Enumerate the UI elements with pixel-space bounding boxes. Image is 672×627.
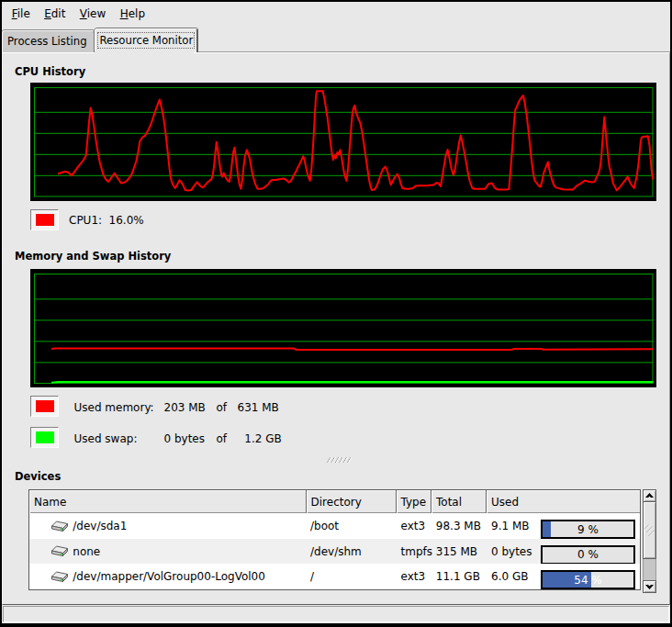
column-header-used[interactable]: Used [487,490,640,513]
cpu1-legend-name: CPU1: [69,214,102,227]
device-directory: /dev/shm [310,539,362,564]
tab-resource-monitor[interactable]: Resource Monitor [95,28,198,52]
tab-join [95,50,194,53]
tab-strip: Process Listing Resource Monitor [2,28,670,52]
used-memory-value: 203 MB [164,401,206,414]
tab-process-listing[interactable]: Process Listing [2,30,95,52]
cpu1-legend-color [36,214,54,226]
device-type: tmpfs [401,539,433,564]
device-type: ext3 [401,564,426,589]
swap-total-value: 1.2 GB [244,432,281,445]
column-header-directory-label: Directory [311,496,362,509]
arrow-down-icon [645,584,654,589]
device-name: /dev/mapper/VolGroup00-LogVol00 [73,564,265,589]
column-header-type-label: Type [401,496,427,509]
device-row[interactable]: none /dev/shm tmpfs 315 MB 0 bytes 0 % [29,539,640,564]
device-used-bar-cell: 54 % [541,567,635,593]
pane-resize-grip[interactable] [326,456,352,464]
tab-resource-monitor-label: Resource Monitor [97,32,195,49]
menu-edit[interactable]: Edit [37,3,73,26]
memory-total-value: 631 MB [238,401,279,414]
scroll-up-button[interactable] [643,489,656,502]
used-percent-progressbar: 9 % [541,520,635,539]
used-percent-label: 54 % [543,572,633,588]
device-name: none [73,539,100,564]
column-header-name[interactable]: Name [29,490,307,513]
used-swap-of: of [217,432,228,445]
column-header-used-label: Used [491,496,519,509]
cpu1-legend-label: CPU1:16.0% [69,214,144,227]
tab-process-listing-label: Process Listing [5,33,92,50]
device-total: 315 MB [436,539,477,564]
device-used: 9.1 MB [491,513,529,539]
used-memory-legend-swatch [30,396,59,417]
cpu-history-chart [30,83,656,201]
memory-swap-history-chart [30,269,656,387]
used-percent-progressbar: 0 % [541,545,635,565]
device-used: 6.0 GB [491,564,528,589]
menu-view[interactable]: View [73,3,113,26]
device-total: 98.3 MB [436,513,481,539]
device-directory: /boot [310,513,339,539]
devices-scrollbar [643,489,656,593]
column-header-total[interactable]: Total [431,490,487,513]
column-header-total-label: Total [436,496,462,509]
device-row[interactable]: /dev/mapper/VolGroup00-LogVol00 / ext3 1… [29,564,640,589]
disk-icon [51,539,70,564]
cpu1-legend-swatch [30,209,59,230]
used-swap-legend-color [36,431,54,443]
menubar: File Edit View Help [2,2,670,27]
menu-file[interactable]: File [5,3,37,26]
used-swap-legend-swatch [30,427,59,448]
used-percent-label: 9 % [543,521,633,537]
devices-table: Name Directory Type Total Used /dev/sda1… [28,489,641,590]
used-swap-value: 0 bytes [164,432,206,445]
device-row[interactable]: /dev/sda1 /boot ext3 98.3 MB 9.1 MB 9 % [29,513,640,539]
disk-icon [51,564,70,589]
device-used: 0 bytes [491,539,532,564]
column-header-name-label: Name [34,496,66,509]
scrollbar-thumb[interactable] [643,501,656,559]
used-percent-progressbar: 54 % [541,570,635,589]
used-percent-label: 0 % [543,547,633,563]
devices-title: Devices [15,470,61,483]
thumb-grip-icon [644,524,655,537]
statusbar [3,606,669,622]
device-directory: / [310,564,314,589]
cpu-history-title: CPU History [15,65,85,78]
arrow-up-icon [645,493,654,498]
device-type: ext3 [401,513,426,539]
column-header-directory[interactable]: Directory [307,490,397,513]
used-memory-label: Used memory: [74,401,154,414]
used-memory-of: of [217,401,228,414]
cpu1-legend-value: 16.0% [109,214,144,227]
menu-help[interactable]: Help [113,3,152,26]
scroll-down-button[interactable] [643,580,656,593]
device-name: /dev/sda1 [73,513,127,539]
used-swap-label: Used swap: [74,432,138,445]
disk-icon [51,513,70,539]
used-memory-legend-color [36,400,54,412]
device-total: 11.1 GB [436,564,480,589]
column-header-type[interactable]: Type [397,490,432,513]
memory-swap-history-title: Memory and Swap History [15,250,171,263]
